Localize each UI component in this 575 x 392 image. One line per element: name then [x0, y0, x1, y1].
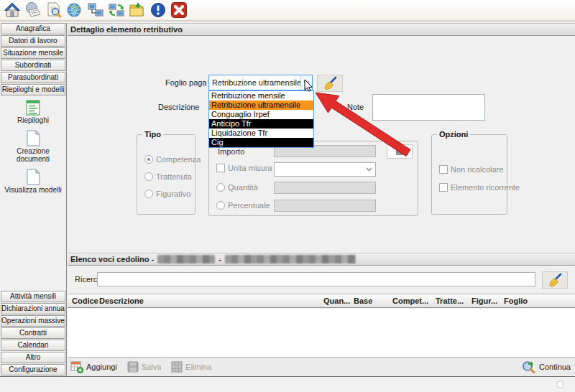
- riepiloghi-list-icon: [26, 100, 40, 116]
- main-toolbar: ?: [0, 0, 575, 22]
- info-button[interactable]: [149, 1, 167, 19]
- sidebar-item-parasubordinati[interactable]: Parasubordinati: [1, 72, 65, 83]
- broom-icon: [548, 273, 562, 287]
- percentuale-radio[interactable]: Percentuale: [216, 201, 270, 210]
- chevron-down-icon: [366, 167, 372, 172]
- redacted-employee-name: [225, 255, 356, 263]
- info-icon: [150, 1, 167, 19]
- sidebar-item-subordinati[interactable]: Subordinati: [1, 60, 65, 71]
- foglio-paga-value: Retribuzione ultramensile: [209, 78, 300, 87]
- delete-row-icon: [171, 361, 183, 373]
- column-header-foglio[interactable]: Foglio: [504, 297, 528, 305]
- foglio-paga-combobox[interactable]: Retribuzione ultramensile: [208, 75, 313, 90]
- checkbox-label: Elemento ricorrente: [451, 183, 520, 192]
- sidebar-item-datori-di-lavoro[interactable]: Datori di lavoro: [1, 35, 65, 47]
- radio-label: Trattenuta: [156, 172, 192, 181]
- sidebar-item-altro[interactable]: Altro: [1, 352, 65, 363]
- status-indicator: [556, 381, 564, 388]
- document-icon: [27, 130, 40, 146]
- descrizione-label: Descrizione: [158, 103, 199, 111]
- sidebar-item-attivita-mensili[interactable]: Attività mensili: [1, 291, 65, 302]
- elemento-ricorrente-checkbox[interactable]: Elemento ricorrente: [439, 183, 520, 192]
- broom-icon: [323, 76, 337, 90]
- shortcut-visualizza-modelli[interactable]: Visualizza modelli: [0, 169, 66, 194]
- radio-competenza[interactable]: Competenza: [144, 155, 201, 164]
- quantita-radio[interactable]: Quantità: [216, 183, 258, 192]
- sidebar-item-configurazione[interactable]: Configurazione: [1, 364, 65, 375]
- non-ricalcolare-checkbox[interactable]: Non ricalcolare: [439, 165, 503, 174]
- ricerca-input[interactable]: [97, 272, 535, 286]
- radio-icon: [216, 183, 225, 192]
- column-header-base[interactable]: Base: [354, 297, 372, 305]
- salva-button[interactable]: Salva: [127, 361, 162, 373]
- sidebar-item-situazione-mensile[interactable]: Situazione mensile: [1, 47, 65, 59]
- radio-label: Competenza: [156, 155, 201, 164]
- sidebar-item-riepiloghi-e-modelli[interactable]: Riepiloghi e modelli: [1, 84, 65, 95]
- shortcut-label: Visualizza modelli: [0, 186, 66, 194]
- search-document-button[interactable]: [45, 1, 63, 19]
- home-button[interactable]: [3, 1, 22, 19]
- web-news-icon: [24, 1, 42, 19]
- dropdown-option[interactable]: Anticipo Tfr: [209, 119, 313, 129]
- checkbox-label: Non ricalcolare: [451, 165, 503, 174]
- unita-misura-checkbox[interactable]: Unita misura: [216, 164, 272, 172]
- percentuale-field[interactable]: [274, 200, 376, 212]
- dropdown-option[interactable]: Liquidazione Tfr: [209, 129, 313, 138]
- continue-search-icon: [522, 360, 536, 373]
- column-header-descrizione[interactable]: Descrizione: [99, 297, 144, 305]
- exit-button[interactable]: [170, 1, 188, 19]
- radio-icon: [144, 172, 153, 181]
- shortcut-riepiloghi[interactable]: Riepiloghi: [0, 100, 66, 124]
- elenco-section-header: Elenco voci cedolino - -: [68, 253, 575, 266]
- shortcut-label: Creazione documenti: [0, 147, 66, 163]
- sync-button[interactable]: [107, 1, 126, 19]
- column-header-competenza[interactable]: Compet...: [392, 297, 428, 305]
- column-header-figurativo[interactable]: Figur...: [472, 297, 497, 305]
- elimina-button[interactable]: Elimina: [171, 361, 211, 373]
- radio-figurativo[interactable]: Figurativo: [144, 190, 190, 198]
- search-document-icon: [45, 1, 63, 19]
- radio-label: Figurativo: [156, 190, 190, 198]
- annotation-arrow: [314, 91, 415, 159]
- web-news-button[interactable]: [24, 1, 42, 19]
- dropdown-option[interactable]: Retribuzione mensile: [209, 91, 313, 101]
- tipo-group-title: Tipo: [142, 130, 163, 139]
- open-folder-icon: [129, 1, 146, 19]
- clear-foglio-paga-button[interactable]: [317, 75, 343, 92]
- radio-icon: [216, 201, 225, 210]
- column-header-codice[interactable]: Codice: [72, 297, 98, 305]
- unita-misura-combobox[interactable]: [274, 162, 376, 177]
- web-help-icon: ?: [66, 1, 83, 19]
- dropdown-option[interactable]: Conguaglio Irpef: [209, 110, 313, 119]
- svg-text:?: ?: [71, 4, 78, 17]
- sidebar-item-anagrafica[interactable]: Anagrafica: [1, 23, 65, 34]
- sidebar-item-calendari[interactable]: Calendari: [1, 340, 65, 351]
- dropdown-option-selected[interactable]: Retribuzione ultramensile: [209, 101, 313, 110]
- column-header-quantita[interactable]: Quan...: [323, 297, 350, 305]
- aggiungi-button[interactable]: Aggiungi: [70, 360, 117, 373]
- open-folder-button[interactable]: [128, 1, 147, 19]
- add-row-icon: [70, 360, 83, 373]
- main-panel: Dettaglio elemento retributivo Foglio pa…: [68, 23, 575, 376]
- detail-section-title: Dettaglio elemento retributivo: [68, 23, 575, 36]
- sidebar-item-contratti[interactable]: Contratti: [1, 327, 65, 339]
- shortcut-creazione-documenti[interactable]: Creazione documenti: [0, 130, 66, 163]
- app-window: ?: [0, 0, 575, 392]
- column-header-trattenuta[interactable]: Tratte...: [436, 297, 464, 305]
- radio-trattenuta[interactable]: Trattenuta: [144, 172, 192, 181]
- network-button[interactable]: [86, 1, 105, 19]
- web-help-button[interactable]: ?: [65, 1, 84, 19]
- quantita-field[interactable]: [274, 182, 376, 194]
- continua-button[interactable]: Continua: [522, 360, 571, 373]
- clear-ricerca-button[interactable]: [542, 271, 568, 289]
- sidebar: Anagrafica Datori di lavoro Situazione m…: [0, 23, 67, 376]
- sidebar-item-dichiarazioni-annuali[interactable]: Dichiarazioni annuali: [1, 303, 65, 314]
- redacted-employer-name: [157, 255, 215, 263]
- tipo-group: Tipo Competenza Trattenuta Figurativo: [137, 134, 196, 215]
- shortcut-label: Riepiloghi: [0, 116, 66, 124]
- voci-table-body[interactable]: [68, 309, 575, 357]
- sidebar-item-operazioni-massive[interactable]: Operazioni massive: [1, 315, 65, 327]
- checkbox-icon: [439, 183, 448, 192]
- dropdown-option[interactable]: Cig: [209, 138, 313, 147]
- elimina-label: Elimina: [185, 363, 211, 371]
